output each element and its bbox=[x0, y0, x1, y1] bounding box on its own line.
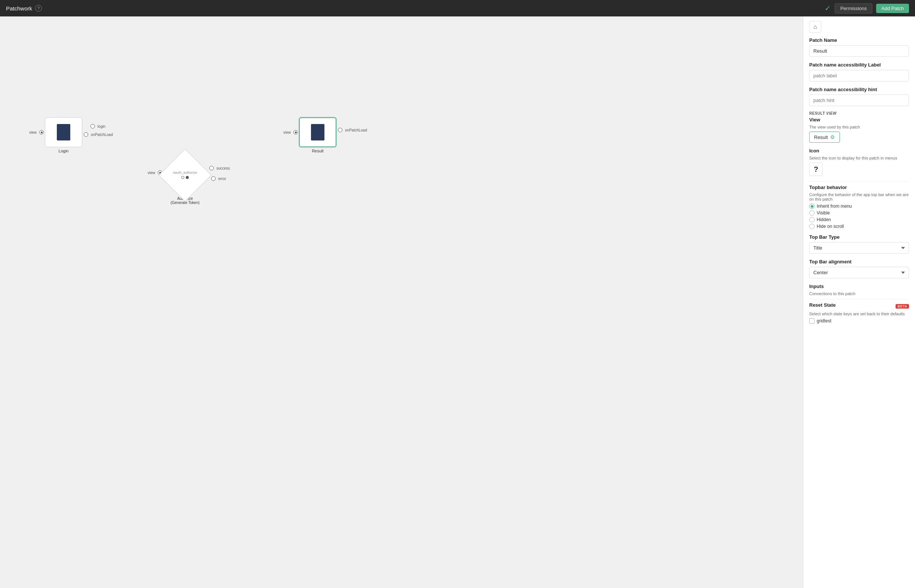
home-button[interactable]: ⌂ bbox=[809, 21, 821, 33]
beta-badge: BETA bbox=[896, 304, 909, 309]
top-bar-alignment-select[interactable]: Center Left Right bbox=[809, 267, 909, 278]
view-section-title: View bbox=[809, 117, 909, 123]
topbar-behavior-title: Topbar behavior bbox=[809, 184, 909, 190]
port-circle bbox=[338, 128, 342, 132]
permissions-button[interactable]: Permissions bbox=[835, 3, 872, 13]
right-panel: ⌂ Patch Name Patch name accessibility La… bbox=[803, 16, 915, 588]
radio-hide-on-scroll[interactable]: Hide on scroll bbox=[809, 224, 909, 229]
canvas[interactable]: view Login login onPatchLoad view bbox=[0, 16, 803, 588]
patch-name-title: Patch Name bbox=[809, 37, 909, 43]
icon-section: Icon Select the icon to display for this… bbox=[809, 148, 909, 176]
divider bbox=[809, 181, 909, 182]
result-node[interactable]: view Result onPatchLoad bbox=[299, 117, 337, 153]
help-button[interactable]: ? bbox=[35, 5, 42, 11]
radio-group: Inherit from menu Visible Hidden Hide on… bbox=[809, 204, 909, 229]
check-icon: ✓ bbox=[824, 4, 831, 13]
result-onpatchload-port: onPatchLoad bbox=[338, 128, 367, 132]
accessibility-hint-title: Patch name accessibility hint bbox=[809, 87, 909, 92]
reset-state-section: Reset State BETA Select which state keys… bbox=[809, 302, 909, 323]
port-circle bbox=[209, 166, 214, 170]
top-bar-type-select[interactable]: Title Large Title None bbox=[809, 242, 909, 254]
port-circle bbox=[211, 176, 216, 181]
success-port: success bbox=[209, 166, 230, 170]
authorize-node[interactable]: view oauth_authorize Authorize(Generate bbox=[164, 155, 206, 205]
port-circle bbox=[91, 124, 95, 129]
login-node-icon bbox=[57, 124, 70, 141]
radio-circle-hidden bbox=[809, 217, 815, 222]
login-node-label: Login bbox=[59, 149, 69, 153]
reset-state-title: Reset State bbox=[809, 302, 836, 308]
view-button[interactable]: Result ⚙ bbox=[809, 131, 840, 143]
view-sublabel: The view used by this patch bbox=[809, 125, 909, 129]
top-bar-alignment-label: Top Bar alignment bbox=[809, 259, 909, 265]
inputs-sublabel: Connections to this patch bbox=[809, 291, 909, 296]
topbar-behavior-section: Topbar behavior Configure the behavior o… bbox=[809, 184, 909, 229]
icon-sublabel: Select the icon to display for this patc… bbox=[809, 156, 909, 160]
main-layout: view Login login onPatchLoad view bbox=[0, 16, 915, 588]
topbar-right: ✓ Permissions Add Patch bbox=[824, 3, 909, 13]
divider2 bbox=[809, 299, 909, 299]
radio-visible[interactable]: Visible bbox=[809, 210, 909, 216]
authorize-diamond: oauth_authorize bbox=[164, 155, 206, 196]
accessibility-label-title: Patch name accessibility Label bbox=[809, 62, 909, 68]
radio-circle-visible bbox=[809, 210, 815, 216]
topbar-left: Patchwork ? bbox=[6, 5, 42, 11]
topbar: Patchwork ? ✓ Permissions Add Patch bbox=[0, 0, 915, 16]
accessibility-hint-input[interactable] bbox=[809, 95, 909, 106]
onpatchload-port: onPatchLoad bbox=[84, 132, 113, 137]
login-node[interactable]: view Login login onPatchLoad bbox=[45, 117, 82, 153]
result-view-header: RESULT VIEW bbox=[809, 111, 909, 115]
top-bar-type-label: Top Bar Type bbox=[809, 234, 909, 240]
radio-circle-inherit bbox=[809, 204, 815, 209]
port-circle bbox=[39, 130, 44, 134]
reset-state-sublabel: Select which state keys are set back to … bbox=[809, 312, 909, 316]
login-port: login bbox=[91, 124, 105, 129]
topbar-behavior-sublabel: Configure the behavior of the app top ba… bbox=[809, 192, 909, 201]
error-port: error bbox=[211, 176, 226, 181]
result-node-icon bbox=[311, 124, 324, 141]
result-view-port: view bbox=[283, 130, 298, 134]
app-name: Patchwork bbox=[6, 5, 32, 11]
radio-inherit[interactable]: Inherit from menu bbox=[809, 204, 909, 209]
port-circle bbox=[293, 130, 298, 134]
view-btn-label: Result bbox=[814, 134, 828, 140]
checkbox-box bbox=[809, 318, 815, 323]
gridtest-label: gridtest bbox=[817, 318, 831, 323]
icon-value: ? bbox=[814, 165, 818, 174]
result-node-box bbox=[299, 117, 337, 147]
gridtest-checkbox[interactable]: gridtest bbox=[809, 318, 909, 323]
settings-icon: ⚙ bbox=[830, 134, 835, 140]
result-node-label: Result bbox=[312, 149, 323, 153]
home-icon: ⌂ bbox=[813, 24, 817, 30]
inputs-section: Inputs Connections to this patch bbox=[809, 284, 909, 296]
login-view-port: view bbox=[29, 130, 44, 134]
reset-state-header: Reset State BETA bbox=[809, 302, 909, 310]
inputs-title: Inputs bbox=[809, 284, 909, 289]
add-patch-button[interactable]: Add Patch bbox=[876, 4, 909, 13]
port-circle bbox=[84, 132, 88, 137]
accessibility-label-input[interactable] bbox=[809, 70, 909, 81]
icon-display[interactable]: ? bbox=[809, 163, 823, 176]
icon-title: Icon bbox=[809, 148, 909, 153]
patch-name-input[interactable] bbox=[809, 45, 909, 57]
radio-circle-hide-on-scroll bbox=[809, 224, 815, 229]
radio-hidden[interactable]: Hidden bbox=[809, 217, 909, 222]
login-node-box bbox=[45, 117, 82, 147]
